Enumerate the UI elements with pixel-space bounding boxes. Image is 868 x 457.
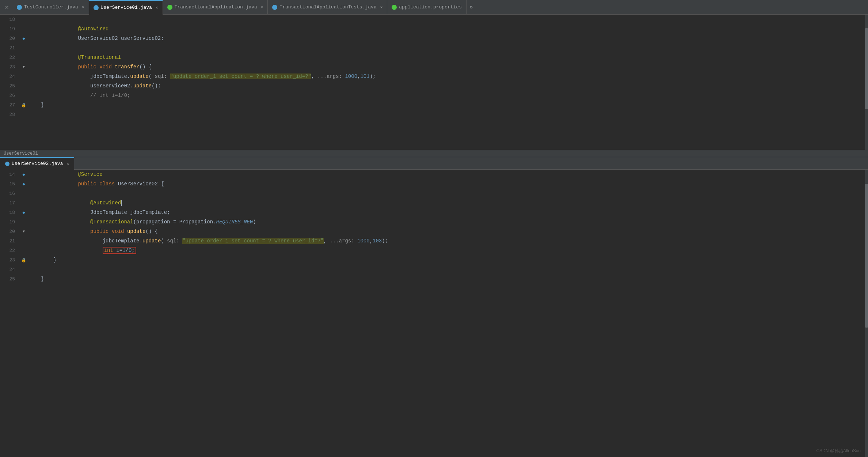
line-content-27: } bbox=[27, 102, 868, 108]
lower-tab-bar: UserService02.java ✕ bbox=[0, 157, 868, 170]
lower-line-num-20: 20 bbox=[0, 229, 20, 234]
lower-line-num-21: 21 bbox=[0, 238, 20, 244]
line-num-21: 21 bbox=[0, 45, 20, 51]
tab-icon-userservice01 bbox=[94, 5, 99, 10]
close-tab-btn[interactable]: ✕ bbox=[1, 0, 12, 15]
pane-tab-label-userservice02: UserService02.java bbox=[12, 161, 63, 166]
line-num-23: 23 bbox=[0, 64, 20, 70]
tab-transactionalapptests[interactable]: TransactionalApplicationTests.java ✕ bbox=[268, 0, 387, 15]
scrollbar-lower[interactable] bbox=[865, 170, 868, 457]
lower-pane: 14 ◆ @Service 15 ◆ public cla bbox=[0, 170, 868, 457]
line-num-20: 20 bbox=[0, 36, 20, 41]
line-num-26: 26 bbox=[0, 93, 20, 98]
kw-public-15: public bbox=[66, 181, 99, 187]
tab-bar: ✕ TestController.java ✕ UserService01.ja… bbox=[0, 0, 868, 15]
lower-gutter-20: ▼ bbox=[20, 230, 27, 234]
code-line-26: 26 // int i=1/0; bbox=[0, 91, 868, 100]
comment-int-26: // int i=1/0; bbox=[66, 92, 130, 98]
line-num-24: 24 bbox=[0, 74, 20, 79]
lower-line-num-16: 16 bbox=[0, 191, 20, 196]
tab-close-testcontroller[interactable]: ✕ bbox=[82, 5, 84, 10]
lower-gutter-18: ◆ bbox=[20, 210, 27, 215]
lower-line-num-22: 22 bbox=[0, 248, 20, 253]
scrollbar-thumb-lower[interactable] bbox=[865, 184, 868, 328]
fold-icon-lower-20[interactable]: ▼ bbox=[23, 230, 25, 234]
tab-label-transactionalapp: TransactionalApplication.java bbox=[175, 4, 257, 10]
tab-icon-transactionalapp bbox=[167, 5, 172, 10]
bean-icon-14: ◆ bbox=[22, 172, 25, 177]
line-num-25: 25 bbox=[0, 83, 20, 89]
code-line-28: 28 bbox=[0, 110, 868, 119]
tab-userservice01[interactable]: UserService01.java ✕ bbox=[89, 0, 163, 15]
lower-code-line-23: 23 🔒 } bbox=[0, 255, 868, 265]
scrollbar-thumb-upper[interactable] bbox=[865, 28, 868, 109]
tab-appproperties[interactable]: application.properties bbox=[387, 0, 467, 15]
bean-icon-lower-18: ◆ bbox=[22, 210, 25, 215]
lower-line-num-19: 19 bbox=[0, 219, 20, 225]
line-num-22: 22 bbox=[0, 55, 20, 60]
lower-line-num-25: 25 bbox=[0, 276, 20, 282]
lower-code-line-22: 22 int i=1/0; bbox=[0, 246, 868, 255]
lock-icon-lower-23: 🔒 bbox=[21, 258, 26, 263]
lower-line-content-25: } bbox=[27, 276, 868, 282]
line-num-28: 28 bbox=[0, 112, 20, 117]
lower-line-num-24: 24 bbox=[0, 267, 20, 272]
upper-pane: 18 19 @Autowired 20 ◆ bbox=[0, 15, 868, 150]
lower-line-num-23: 23 bbox=[0, 257, 20, 263]
lower-line-num-18: 18 bbox=[0, 210, 20, 215]
tab-icon-transactionalapptests bbox=[272, 5, 277, 10]
lower-code-line-15: 15 ◆ public class UserService02 { bbox=[0, 179, 868, 189]
lower-gutter-23: 🔒 bbox=[20, 258, 27, 263]
editor-container: 18 19 @Autowired 20 ◆ bbox=[0, 15, 868, 457]
upper-code-area: 18 19 @Autowired 20 ◆ bbox=[0, 15, 868, 119]
pane-tab-icon-userservice02 bbox=[5, 162, 9, 166]
lower-gutter-14: ◆ bbox=[20, 172, 27, 177]
lower-code-area: 14 ◆ @Service 15 ◆ public cla bbox=[0, 170, 868, 284]
split-label: UserService01 bbox=[0, 150, 868, 157]
tab-close-userservice01[interactable]: ✕ bbox=[156, 5, 158, 10]
lower-line-num-17: 17 bbox=[0, 200, 20, 206]
tab-label-testcontroller: TestController.java bbox=[24, 4, 78, 10]
tab-transactionalapp[interactable]: TransactionalApplication.java ✕ bbox=[163, 0, 268, 15]
gutter-23: ▼ bbox=[20, 65, 27, 69]
tab-overflow-btn[interactable]: » bbox=[467, 4, 476, 11]
tab-icon-testcontroller bbox=[17, 5, 22, 10]
split-label-text: UserService01 bbox=[4, 151, 38, 156]
lower-code-line-25: 25 } bbox=[0, 274, 868, 284]
pane-tab-userservice02[interactable]: UserService02.java ✕ bbox=[0, 157, 74, 170]
lower-line-num-15: 15 bbox=[0, 181, 20, 187]
lower-code-line-24: 24 bbox=[0, 265, 868, 274]
code-userservice02-decl: UserService02 userService02; bbox=[66, 35, 164, 41]
kw-int: int bbox=[104, 248, 113, 253]
pane-tab-close-userservice02[interactable]: ✕ bbox=[66, 161, 69, 166]
gutter-20: ◆ bbox=[20, 36, 27, 41]
watermark: CSDN @孙治AllenSun bbox=[816, 448, 861, 454]
gutter-27: 🔒 bbox=[20, 103, 27, 107]
tab-close-transactionalapp[interactable]: ✕ bbox=[261, 5, 263, 10]
lower-line-num-14: 14 bbox=[0, 172, 20, 177]
code-line-20: 20 ◆ UserService02 userService02; bbox=[0, 34, 868, 43]
editor-root: ✕ TestController.java ✕ UserService01.ja… bbox=[0, 0, 868, 457]
tab-testcontroller[interactable]: TestController.java ✕ bbox=[12, 0, 89, 15]
tab-label-appproperties: application.properties bbox=[399, 4, 462, 10]
classname-userservice02: UserService02 bbox=[118, 181, 158, 187]
lock-icon-27: 🔒 bbox=[21, 103, 26, 107]
line-num-19: 19 bbox=[0, 26, 20, 32]
code-line-27: 27 🔒 } bbox=[0, 100, 868, 110]
bean-icon-15: ◆ bbox=[22, 181, 25, 187]
bean-icon-20: ◆ bbox=[22, 36, 25, 41]
line-num-18: 18 bbox=[0, 17, 20, 22]
tab-icon-appproperties bbox=[392, 5, 397, 10]
tab-label-transactionalapptests: TransactionalApplicationTests.java bbox=[279, 4, 376, 10]
scrollbar-upper[interactable] bbox=[865, 15, 868, 150]
tab-close-transactionalapptests[interactable]: ✕ bbox=[380, 5, 383, 10]
code-int-divide: int i=1/0; bbox=[66, 248, 136, 253]
lower-line-content-23: } bbox=[27, 257, 868, 263]
fold-icon-23[interactable]: ▼ bbox=[23, 65, 25, 69]
tab-label-userservice01: UserService01.java bbox=[101, 5, 152, 10]
kw-class-15: class bbox=[99, 181, 118, 187]
lower-gutter-15: ◆ bbox=[20, 181, 27, 187]
line-num-27: 27 bbox=[0, 102, 20, 108]
